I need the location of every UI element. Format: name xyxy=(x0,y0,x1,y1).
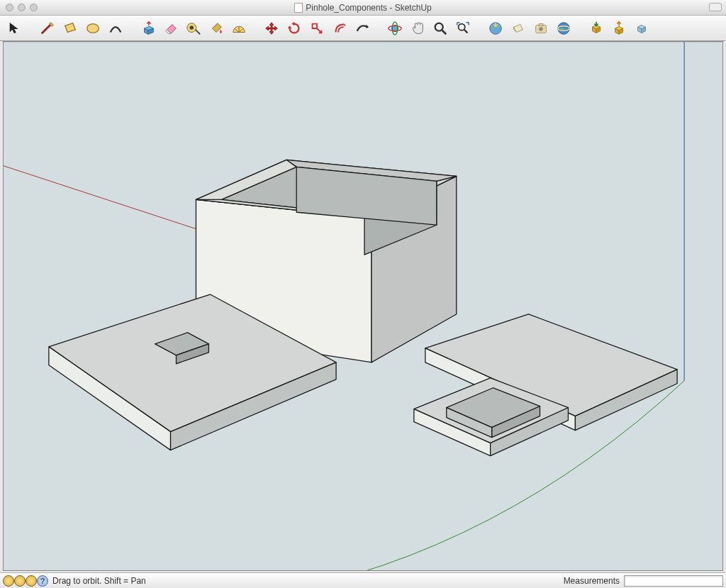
pan-tool[interactable] xyxy=(407,18,428,39)
offset-tool[interactable] xyxy=(329,18,350,39)
zoom-tool[interactable] xyxy=(430,18,451,39)
window-titlebar: Pinhole_Components - SketchUp xyxy=(0,0,726,16)
document-icon xyxy=(294,3,303,13)
window-title: Pinhole_Components - SketchUp xyxy=(0,3,726,13)
protractor-tool[interactable] xyxy=(228,18,250,39)
rotate-tool[interactable] xyxy=(284,18,305,39)
scale-tool[interactable] xyxy=(306,18,328,39)
rectangle-tool[interactable] xyxy=(60,18,81,39)
google-earth-button[interactable] xyxy=(553,18,574,39)
window-pill-button[interactable] xyxy=(709,3,722,11)
main-toolbar xyxy=(0,16,726,41)
geo-location-icon[interactable] xyxy=(14,575,26,587)
eraser-tool[interactable] xyxy=(160,18,182,39)
tape-measure-tool[interactable] xyxy=(183,18,204,39)
svg-point-12 xyxy=(558,22,570,34)
model-viewport[interactable] xyxy=(3,41,723,571)
svg-point-7 xyxy=(459,23,465,30)
svg-point-0 xyxy=(87,23,99,33)
download-component-button[interactable] xyxy=(586,18,607,39)
credits-icon[interactable] xyxy=(26,575,37,587)
arc-tool[interactable] xyxy=(105,18,126,39)
measurements-label: Measurements xyxy=(564,576,620,586)
line-tool[interactable] xyxy=(37,18,58,39)
svg-rect-11 xyxy=(539,23,543,26)
upload-component-button[interactable] xyxy=(608,18,630,39)
svg-point-6 xyxy=(435,23,443,30)
instructor-icon[interactable] xyxy=(3,575,14,587)
zoom-extents-tool[interactable] xyxy=(452,18,474,39)
orbit-tool[interactable] xyxy=(384,18,406,39)
select-tool[interactable] xyxy=(4,18,26,39)
window-title-text: Pinhole_Components - SketchUp xyxy=(306,3,431,13)
svg-point-10 xyxy=(539,27,543,31)
photo-textures-button[interactable] xyxy=(530,18,552,39)
measurements-input[interactable] xyxy=(624,575,723,587)
make-component-button[interactable] xyxy=(631,18,652,39)
status-hint: Drag to orbit. Shift = Pan xyxy=(52,576,146,586)
get-models-button[interactable] xyxy=(485,18,506,39)
help-icon[interactable]: ? xyxy=(37,575,48,587)
scene-svg xyxy=(4,42,722,570)
circle-tool[interactable] xyxy=(82,18,104,39)
status-icons: ? xyxy=(3,575,48,587)
share-model-button[interactable] xyxy=(508,18,529,39)
paint-bucket-tool[interactable] xyxy=(206,18,227,39)
svg-point-2 xyxy=(190,26,194,30)
pushpull-tool[interactable] xyxy=(138,18,159,39)
follow-me-tool[interactable] xyxy=(352,18,373,39)
status-bar: ? Drag to orbit. Shift = Pan Measurement… xyxy=(0,572,726,588)
move-tool[interactable] xyxy=(261,18,282,39)
